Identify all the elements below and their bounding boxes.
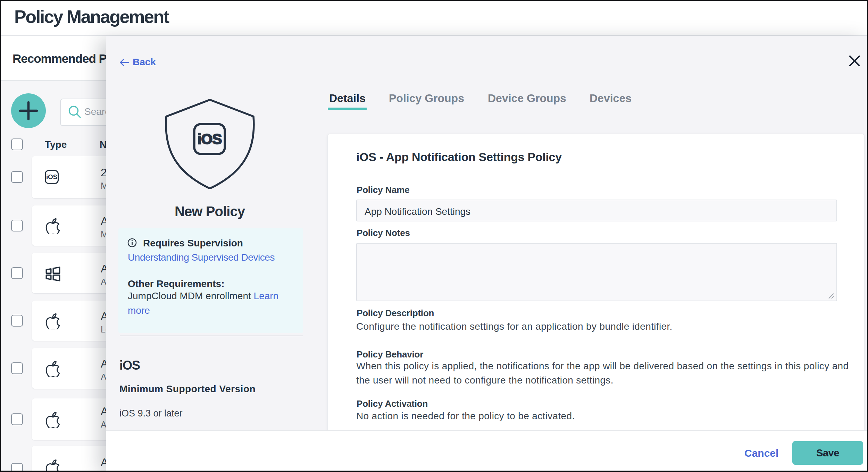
svg-text:iOS: iOS (198, 131, 222, 147)
